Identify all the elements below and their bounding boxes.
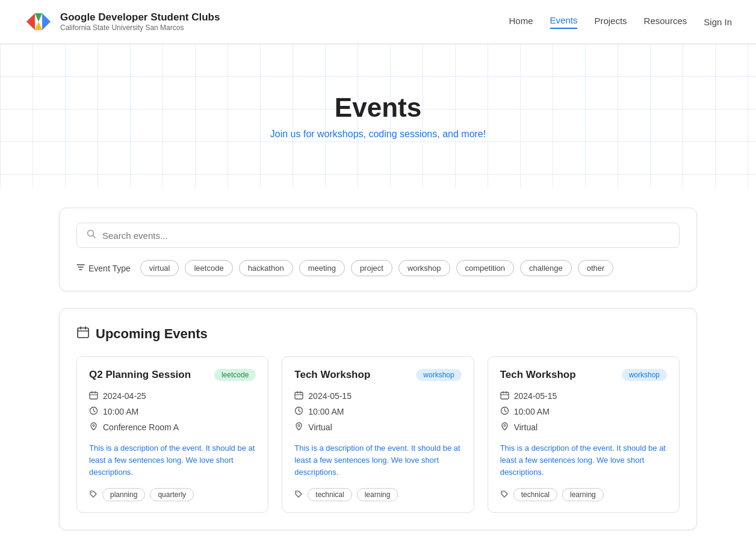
svg-point-27 (297, 492, 298, 493)
tag-workshop[interactable]: workshop (398, 260, 450, 276)
filter-label-text: Event Type (88, 264, 131, 273)
event-card-2: Tech Workshop workshop 20 (488, 356, 680, 513)
nav-signin[interactable]: Sign In (704, 17, 732, 27)
tag-icon-0 (89, 490, 98, 500)
tag-leetcode[interactable]: leetcode (185, 260, 232, 276)
event-meta-2: 2024-05-15 10:00 AM (500, 391, 667, 433)
event-tag-1-1[interactable]: learning (357, 488, 398, 501)
svg-point-17 (93, 425, 94, 427)
event-badge-2[interactable]: workshop (622, 369, 667, 381)
time-icon-1 (294, 406, 303, 417)
event-time-row-2: 10:00 AM (500, 406, 667, 417)
location-icon-2 (500, 422, 509, 433)
svg-marker-0 (26, 13, 35, 30)
event-date-row-2: 2024-05-15 (500, 391, 667, 401)
event-card-header-0: Q2 Planning Session leetcode (89, 369, 256, 381)
hero-section: Events Join us for workshops, coding ses… (0, 44, 756, 188)
svg-line-34 (504, 411, 506, 412)
event-tags-2: technical learning (500, 488, 667, 501)
hero-title: Events (270, 93, 486, 123)
events-grid: Q2 Planning Session leetcode (76, 356, 680, 513)
event-meta-1: 2024-05-15 10:00 AM (294, 391, 461, 433)
svg-line-5 (93, 236, 96, 238)
tag-meeting[interactable]: meeting (299, 260, 345, 276)
svg-point-18 (91, 492, 93, 493)
svg-marker-2 (35, 13, 42, 22)
brand-title: Google Developer Student Clubs (60, 11, 220, 23)
search-bar[interactable] (76, 223, 680, 248)
svg-line-16 (94, 411, 96, 412)
event-tag-0-0[interactable]: planning (102, 488, 145, 501)
event-title-2: Tech Workshop (500, 369, 616, 381)
tag-project[interactable]: project (351, 260, 392, 276)
filter-row: Event Type virtual leetcode hackathon me… (76, 260, 680, 276)
search-icon (87, 229, 96, 241)
date-icon-0 (89, 391, 98, 401)
event-desc-1: This is a description of the event. It s… (294, 442, 461, 478)
event-tags-0: planning quarterly (89, 488, 256, 501)
svg-point-26 (298, 425, 300, 427)
brand-subtitle: California State University San Marcos (60, 23, 220, 32)
event-location-row-1: Virtual (294, 422, 461, 433)
event-badge-1[interactable]: workshop (416, 369, 461, 381)
events-section: Upcoming Events Q2 Planning Session leet… (59, 308, 697, 530)
event-time-1: 10:00 AM (308, 407, 344, 416)
svg-rect-10 (90, 392, 98, 399)
section-heading: Upcoming Events (76, 326, 680, 342)
event-location-row-2: Virtual (500, 422, 667, 433)
svg-rect-6 (78, 328, 88, 338)
event-tag-2-1[interactable]: learning (562, 488, 604, 501)
brand: Google Developer Student Clubs Californi… (24, 7, 220, 36)
event-location-2: Virtual (514, 422, 538, 432)
navbar: Google Developer Student Clubs Californi… (0, 0, 756, 44)
gdsc-logo-icon (24, 7, 53, 36)
event-time-row-1: 10:00 AM (294, 406, 461, 417)
event-card-0: Q2 Planning Session leetcode (76, 356, 268, 513)
main-content: Event Type virtual leetcode hackathon me… (47, 188, 709, 541)
event-tag-2-0[interactable]: technical (513, 488, 557, 501)
event-badge-0[interactable]: leetcode (214, 369, 256, 381)
event-date-row-1: 2024-05-15 (294, 391, 461, 401)
filter-card: Event Type virtual leetcode hackathon me… (59, 208, 697, 291)
event-card-1: Tech Workshop workshop 20 (282, 356, 474, 513)
event-tag-0-1[interactable]: quarterly (150, 488, 194, 501)
location-icon-1 (294, 422, 303, 433)
navbar-links: Home Events Projects Resources Sign In (509, 15, 732, 29)
search-input[interactable] (102, 230, 669, 241)
nav-resources[interactable]: Resources (644, 16, 687, 28)
tag-hackathon[interactable]: hackathon (239, 260, 293, 276)
nav-projects[interactable]: Projects (594, 16, 627, 28)
event-desc-0: This is a description of the event. It s… (89, 442, 256, 478)
time-icon-2 (500, 406, 509, 417)
tag-icon-1 (294, 490, 303, 500)
calendar-section-icon (76, 326, 90, 342)
event-desc-2: This is a description of the event. It s… (500, 442, 667, 478)
event-card-header-1: Tech Workshop workshop (294, 369, 461, 381)
nav-home[interactable]: Home (509, 16, 533, 28)
date-icon-2 (500, 391, 509, 401)
svg-point-36 (502, 492, 503, 493)
event-location-1: Virtual (308, 422, 332, 432)
event-time-0: 10:00 AM (103, 407, 138, 416)
tag-challenge[interactable]: challenge (520, 260, 572, 276)
event-time-2: 10:00 AM (514, 407, 550, 416)
event-location-row-0: Conference Room A (89, 422, 256, 433)
event-title-0: Q2 Planning Session (89, 369, 208, 381)
tag-icon-2 (500, 490, 509, 500)
svg-line-25 (299, 411, 301, 412)
event-meta-0: 2024-04-25 10:00 AM (89, 391, 256, 433)
nav-events[interactable]: Events (550, 15, 578, 29)
hero-content: Events Join us for workshops, coding ses… (270, 93, 486, 140)
svg-rect-19 (295, 392, 303, 399)
svg-rect-28 (501, 392, 509, 399)
tag-other[interactable]: other (578, 260, 614, 276)
event-location-0: Conference Room A (103, 422, 179, 432)
event-date-1: 2024-05-15 (308, 391, 352, 401)
tag-competition[interactable]: competition (456, 260, 514, 276)
section-title: Upcoming Events (96, 326, 208, 342)
tag-virtual[interactable]: virtual (140, 260, 179, 276)
event-date-row-0: 2024-04-25 (89, 391, 256, 401)
event-date-2: 2024-05-15 (514, 391, 557, 401)
event-tags-1: technical learning (294, 488, 461, 501)
event-tag-1-0[interactable]: technical (308, 488, 352, 501)
